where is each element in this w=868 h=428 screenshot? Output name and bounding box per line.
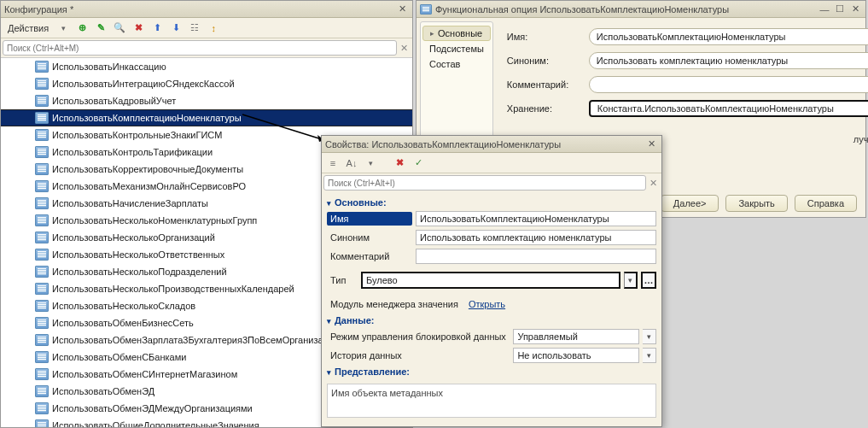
fo-synonym-label: Синоним: [507, 56, 584, 66]
prop-lockmode-input[interactable] [513, 329, 639, 344]
properties-panel: Свойства: ИспользоватьКомплектациюНоменк… [321, 135, 662, 427]
sort-icon[interactable]: ↕ [206, 21, 221, 36]
next-button[interactable]: Далее> [661, 195, 719, 212]
tree-item-label: ИспользоватьНачислениеЗарплаты [52, 198, 208, 208]
tree-item-label: ИспользоватьИнкассацию [52, 62, 166, 72]
tree-item[interactable]: ИспользоватьИнтеграциюСЯндексКассой [1, 75, 412, 92]
tree-item-icon [35, 214, 49, 226]
tree-item-icon [35, 266, 49, 278]
tree-item-label: ИспользоватьНесколькоПодразделений [52, 267, 227, 277]
section-presentation[interactable]: Представление: [327, 365, 656, 378]
categories-icon[interactable]: ≡ [325, 155, 341, 171]
minimize-icon[interactable]: — [818, 3, 831, 16]
tree-item-label: ИспользоватьОбменСИнтернетМагазином [52, 369, 237, 379]
tree-item-icon [35, 334, 49, 346]
fo-nav-subsystems[interactable]: Подсистемы [421, 41, 492, 56]
fo-button-bar: Далее> Закрыть Справка [661, 195, 857, 212]
tree-item[interactable]: ИспользоватьКомплектациюНоменклатуры [1, 109, 412, 126]
config-search-input[interactable] [3, 40, 397, 56]
fo-nav-content[interactable]: Состав [421, 56, 492, 72]
dropdown-icon[interactable]: ▾ [363, 155, 378, 171]
actions-menu[interactable]: Действия [4, 23, 52, 33]
dropdown-icon[interactable]: ▾ [55, 21, 71, 36]
find-icon[interactable]: 🔍 [112, 21, 127, 36]
prop-comment-input[interactable] [416, 249, 656, 264]
tree-item-icon [35, 249, 49, 261]
section-main[interactable]: Основные: [327, 196, 656, 209]
tree-item-label: ИспользоватьОбменЗарплата3Бухгалтерия3По… [52, 335, 346, 345]
fo-title: Функциональная опция ИспользоватьКомплек… [435, 4, 729, 15]
down-icon[interactable]: ⬇ [168, 21, 184, 36]
tree-item-icon [35, 78, 49, 90]
tree-item-label: ИспользоватьНесколькоНоменклатурныхГрупп [52, 215, 257, 226]
tree-item-label: ИспользоватьКадровыйУчет [52, 96, 176, 106]
tree-item-icon [35, 232, 49, 243]
history-dropdown-icon[interactable]: ▾ [643, 348, 656, 363]
props-titlebar: Свойства: ИспользоватьКомплектациюНоменк… [322, 136, 661, 153]
tree-item-label: ИспользоватьКомплектациюНоменклатуры [52, 113, 242, 123]
tree-item-label: ИспользоватьНесколькоОрганизаций [52, 232, 215, 243]
props-toolbar: ≡ A↓ ▾ ✖ ✓ [322, 153, 661, 173]
tree-item-icon [35, 419, 49, 427]
search-clear-icon[interactable]: ✕ [397, 43, 411, 54]
tree-item-label: ИспользоватьНесколькоПроизводственныхКал… [52, 284, 294, 294]
add-icon[interactable]: ⊕ [74, 21, 90, 36]
config-search-row: ✕ [1, 38, 412, 57]
prop-description-box: Имя объекта метаданных [327, 384, 656, 418]
config-titlebar: Конфигурация * ✕ [1, 1, 412, 18]
tree-item-icon [35, 385, 49, 397]
tree-item-icon [35, 95, 49, 107]
tree-item-icon [35, 129, 49, 141]
fo-name-input[interactable] [589, 28, 868, 45]
close-icon[interactable]: ✕ [395, 3, 409, 16]
tree-item-label: ИспользоватьОбменСБанками [52, 352, 186, 362]
tree-item[interactable]: ИспользоватьИнкассацию [1, 58, 412, 75]
fo-onget-label: лучении [853, 134, 868, 144]
tree-item-icon [35, 402, 49, 414]
fo-storage-input[interactable] [589, 100, 868, 117]
help-button[interactable]: Справка [795, 195, 857, 212]
prop-type-input[interactable] [361, 272, 620, 289]
edit-icon[interactable]: ✎ [93, 21, 108, 36]
props-search-row: ✕ [322, 173, 661, 192]
props-title: Свойства: ИспользоватьКомплектациюНоменк… [325, 139, 561, 150]
apply-icon[interactable]: ✓ [411, 155, 426, 171]
delete-icon[interactable]: ✖ [131, 21, 146, 36]
fo-comment-input[interactable] [589, 76, 868, 93]
tree-item-label: ИспользоватьКонтрольныеЗнакиГИСМ [52, 130, 222, 140]
tree-item-label: ИспользоватьНесколькоОтветственных [52, 249, 224, 260]
props-search-input[interactable] [323, 175, 646, 191]
tree-item-icon [35, 351, 49, 363]
tree-item-label: ИспользоватьКорректировочныеДокументы [52, 164, 243, 174]
fo-storage-label: Хранение: [507, 103, 584, 114]
fo-name-label: Имя: [507, 32, 584, 42]
fo-titlebar: Функциональная опция ИспользоватьКомплек… [417, 1, 865, 18]
alphabet-icon[interactable]: A↓ [344, 155, 359, 171]
prop-synonym-input[interactable] [416, 230, 656, 245]
type-dropdown-icon[interactable]: ▾ [624, 272, 638, 289]
fo-title-icon [420, 4, 432, 15]
clear-icon[interactable]: ✖ [392, 155, 407, 171]
type-ellipsis-button[interactable]: … [641, 272, 656, 289]
tree-item-label: ИспользоватьКонтрольТарификации [52, 147, 213, 157]
tree-item-label: ИспользоватьМеханизмОнлайнСервисовРО [52, 181, 246, 191]
up-icon[interactable]: ⬆ [149, 21, 165, 36]
maximize-icon[interactable]: ☐ [833, 3, 847, 16]
tree-item-icon [35, 197, 49, 209]
tree-item-label: ИспользоватьОбменЭД [52, 386, 154, 396]
open-module-link[interactable]: Открыть [469, 299, 505, 309]
close-button[interactable]: Закрыть [725, 195, 787, 212]
prop-history-input[interactable] [513, 348, 639, 363]
prop-name-label: Имя [327, 212, 412, 226]
tree-item[interactable]: ИспользоватьКадровыйУчет [1, 92, 412, 109]
close-icon[interactable]: ✕ [644, 138, 658, 151]
search-clear-icon[interactable]: ✕ [646, 178, 660, 189]
prop-name-input[interactable] [416, 211, 656, 226]
section-data[interactable]: Данные: [327, 314, 656, 327]
fo-nav-main[interactable]: Основные [422, 26, 491, 41]
tree-item-label: ИспользоватьОбщиеДополнительныеЗначения [52, 420, 259, 427]
properties-icon[interactable]: ☷ [187, 21, 202, 36]
fo-synonym-input[interactable] [589, 52, 868, 69]
close-icon[interactable]: ✕ [848, 3, 862, 16]
lockmode-dropdown-icon[interactable]: ▾ [643, 329, 656, 344]
